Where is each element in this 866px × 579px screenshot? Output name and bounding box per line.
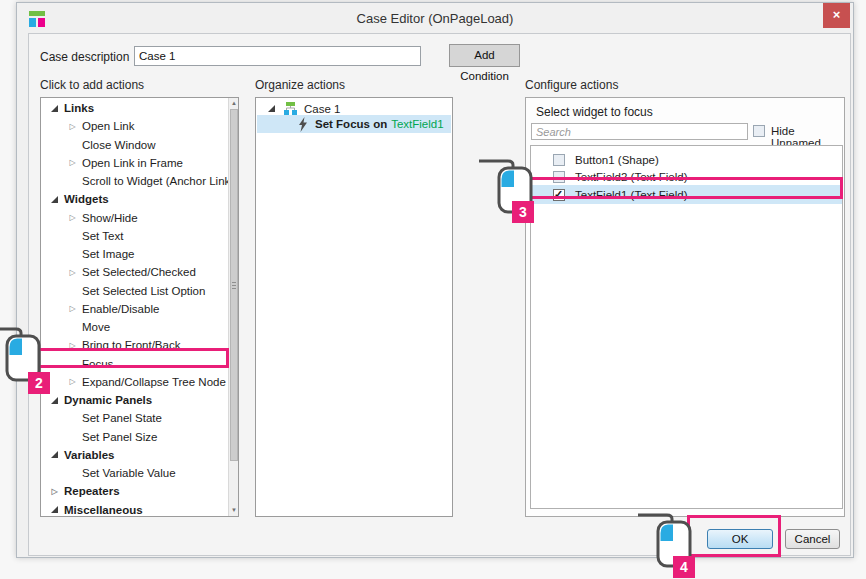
spacer [68,432,77,441]
case-tree-item[interactable]: Case 1 [258,101,340,116]
step-badge-4: 4 [673,556,695,578]
cancel-button[interactable]: Cancel [785,529,840,549]
tree-item-links[interactable]: Links [41,99,228,117]
tree-item-set-variable-value[interactable]: Set Variable Value [41,464,228,482]
content-area: Case description Add Condition Click to … [28,33,851,556]
configure-panel: Select widget to focus Hide Unnamed Butt… [525,97,845,517]
case-description-input[interactable] [134,46,421,66]
action-label: Set Focus on [315,118,387,130]
tree-item-open-link-in-frame[interactable]: ▷Open Link in Frame [41,154,228,172]
tree-item-set-text[interactable]: Set Text [41,227,228,245]
widget-list: Button1 (Shape)TextField2 (Text Field)Te… [530,145,843,509]
tree-item-open-link[interactable]: ▷Open Link [41,117,228,135]
expanded-arrow-icon[interactable] [50,505,59,514]
tree-item-label: Set Selected/Checked [82,266,196,278]
tree-item-label: Open Link [82,120,134,132]
spacer [68,469,77,478]
action-target: TextField1 [391,118,443,130]
lightning-icon [298,117,308,132]
collapsed-arrow-icon[interactable]: ▷ [68,158,77,167]
title-bar: Case Editor (OnPageLoad) × [17,3,853,33]
spacer [68,323,77,332]
widget-label: TextField2 (Text Field) [575,171,687,183]
tree-item-set-selected-checked[interactable]: ▷Set Selected/Checked [41,263,228,281]
widget-row-button1-shape[interactable]: Button1 (Shape) [531,151,842,168]
tree-item-scroll-to-widget-anchor-link[interactable]: Scroll to Widget (Anchor Link) [41,172,228,190]
tree-item-label: Links [64,102,94,114]
hide-unnamed-checkbox[interactable] [753,125,765,137]
tree-item-label: Set Image [82,248,134,260]
step-badge-3: 3 [512,201,534,223]
tree-item-label: Set Panel Size [82,431,157,443]
left-panel-header: Click to add actions [40,78,144,92]
select-widget-title: Select widget to focus [536,105,653,119]
tree-item-move[interactable]: Move [41,318,228,336]
tree-item-set-panel-size[interactable]: Set Panel Size [41,428,228,446]
checkbox-unchecked[interactable] [553,171,565,183]
spacer [68,414,77,423]
collapsed-arrow-icon[interactable]: ▷ [68,377,77,386]
collapsed-arrow-icon[interactable]: ▷ [68,268,77,277]
spacer [68,177,77,186]
tree-item-enable-disable[interactable]: ▷Enable/Disable [41,300,228,318]
search-input[interactable] [531,123,748,140]
tree-item-label: Expand/Collapse Tree Node [82,376,226,388]
ok-button[interactable]: OK [707,529,773,549]
tree-item-bring-to-front-back[interactable]: ▷Bring to Front/Back [41,336,228,354]
collapsed-arrow-icon[interactable]: ▷ [68,341,77,350]
add-condition-button[interactable]: Add Condition [449,44,520,67]
tree-item-label: Enable/Disable [82,303,159,315]
expanded-arrow-icon[interactable] [50,195,59,204]
widget-label: TextField1 (Text Field) [575,189,687,201]
checkbox-unchecked[interactable] [553,154,565,166]
expanded-arrow-icon[interactable] [50,396,59,405]
widget-row-textfield1-text-field[interactable]: TextField1 (Text Field) [531,185,842,204]
tree-item-show-hide[interactable]: ▷Show/Hide [41,209,228,227]
tree-item-label: Repeaters [64,485,120,497]
widget-row-textfield2-text-field[interactable]: TextField2 (Text Field) [531,168,842,185]
tree-item-widgets[interactable]: Widgets [41,190,228,208]
collapsed-arrow-icon[interactable]: ▷ [68,304,77,313]
tree-item-label: Miscellaneous [64,504,143,516]
checkbox-checked[interactable] [553,189,565,201]
tree-item-variables[interactable]: Variables [41,446,228,464]
scrollbar-thumb[interactable] [230,109,238,461]
case-editor-dialog: Case Editor (OnPageLoad) × Case descript… [16,2,854,558]
actions-tree: Links▷Open LinkClose Window▷Open Link in… [41,99,228,519]
tree-item-label: Open Link in Frame [82,157,183,169]
tree-item-repeaters[interactable]: ▷Repeaters [41,482,228,500]
action-item-selected[interactable]: Set Focus on TextField1 [257,115,451,133]
tree-item-label: Bring to Front/Back [82,339,180,351]
tree-item-focus[interactable]: Focus [41,355,228,373]
actions-scrollbar[interactable]: ▲ ▼ [228,98,238,516]
expand-arrow-icon[interactable] [268,104,277,113]
scroll-up-icon[interactable]: ▲ [229,98,239,109]
widget-label: Button1 (Shape) [575,154,659,166]
spacer [68,250,77,259]
tree-item-close-window[interactable]: Close Window [41,136,228,154]
collapsed-arrow-icon[interactable]: ▷ [50,487,59,496]
tree-item-label: Move [82,321,110,333]
actions-panel: Links▷Open LinkClose Window▷Open Link in… [40,97,239,517]
spacer [68,231,77,240]
spacer [68,140,77,149]
collapsed-arrow-icon[interactable]: ▷ [68,213,77,222]
tree-item-expand-collapse-tree-node[interactable]: ▷Expand/Collapse Tree Node [41,373,228,391]
close-button[interactable]: × [823,3,850,28]
tree-item-set-image[interactable]: Set Image [41,245,228,263]
tree-item-label: Set Variable Value [82,467,176,479]
tree-item-label: Set Text [82,230,123,242]
step-badge-2: 2 [28,372,50,394]
tree-item-set-selected-list-option[interactable]: Set Selected List Option [41,282,228,300]
expanded-arrow-icon[interactable] [50,450,59,459]
right-panel-header: Configure actions [525,78,618,92]
tree-item-dynamic-panels[interactable]: Dynamic Panels [41,391,228,409]
tree-item-label: Close Window [82,139,156,151]
tree-item-set-panel-state[interactable]: Set Panel State [41,409,228,427]
tree-item-label: Set Panel State [82,412,162,424]
expanded-arrow-icon[interactable] [50,104,59,113]
scroll-down-icon[interactable]: ▼ [229,505,239,516]
tree-item-miscellaneous[interactable]: Miscellaneous [41,501,228,519]
tree-item-label: Widgets [64,193,109,205]
collapsed-arrow-icon[interactable]: ▷ [68,122,77,131]
